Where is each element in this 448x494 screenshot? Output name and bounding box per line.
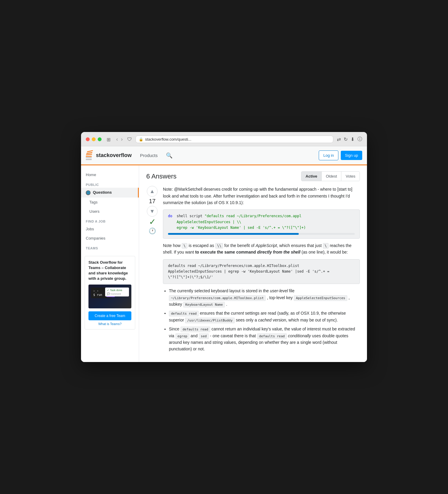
answers-sort: Active Oldest Votes	[301, 171, 360, 181]
bullet-2: defaults read ensures that the current s…	[169, 310, 360, 323]
teams-card-text: 💬 Comment	[107, 293, 127, 295]
download-button[interactable]: ⬇	[351, 136, 354, 142]
sidebar-item-users[interactable]: Users	[81, 207, 139, 216]
vote-count: 17	[149, 198, 155, 205]
info-button[interactable]: ⓘ	[357, 136, 362, 142]
teams-card: ✓ Task done 💬 Comment	[105, 288, 129, 296]
answer-container: ▲ 17 ▼ ✓ 🕐 Note: @MarkSetchell deserves …	[146, 186, 360, 356]
header-actions: Log in Sign up	[319, 150, 362, 160]
translate-button[interactable]: ⇄	[337, 136, 341, 142]
sidebar-section-teams: TEAMS	[81, 243, 139, 251]
inline-code-bs2: \	[323, 243, 329, 248]
bold-text-1: to execute the same command	[195, 250, 257, 254]
so-logo-text: stackoverflow	[96, 152, 132, 159]
so-sidebar: Home PUBLIC 🌐 Questions Tags Users FIND …	[81, 165, 139, 362]
downvote-button[interactable]: ▼	[147, 206, 158, 217]
lock-icon: 🔒	[139, 137, 143, 142]
so-app: stackoverflow Products 🔍 Log in Sign up …	[81, 146, 367, 362]
so-main: 6 Answers Active Oldest Votes ▲ 17 ▼ ✓	[139, 165, 367, 362]
code-sed: sed	[199, 333, 209, 339]
answers-title: 6 Answers	[146, 173, 177, 180]
code-egrep: egrep	[175, 333, 189, 339]
sidebar-item-home[interactable]: Home	[81, 170, 139, 179]
create-team-button[interactable]: Create a free Team	[88, 311, 131, 320]
code-line-2-2: AppleSelectedInputSources | egrep -w 'Ke…	[168, 269, 329, 274]
answer-bullets: The currently selected keyboard layout i…	[169, 288, 360, 352]
bullet-3: Since defaults read cannot return an ind…	[169, 326, 360, 352]
code-block-2: defaults read ~/Library/Preferences/com.…	[163, 259, 360, 284]
check-icon: ✓ Task done	[107, 289, 127, 292]
history-button[interactable]: 🕐	[149, 227, 156, 234]
code-block-1: do shell script "defaults read ~/Library…	[163, 209, 360, 239]
sort-active-button[interactable]: Active	[301, 172, 322, 181]
inline-code-backslash: \	[182, 243, 187, 248]
code-defaults-read-1: defaults read	[169, 311, 199, 316]
sidebar-section-public: PUBLIC	[81, 179, 139, 188]
teams-promo-image: >_• $ run Free ✓ Task done 💬 Comment	[88, 285, 131, 308]
sidebar-item-companies[interactable]: Companies	[81, 234, 139, 243]
code-keyword-do: do	[168, 214, 172, 218]
login-button[interactable]: Log in	[319, 150, 338, 160]
code-line-2-1: defaults read ~/Library/Preferences/com.…	[168, 264, 299, 268]
code-keyboard-layout-name: KeyboardLayout Name	[183, 302, 225, 307]
upvote-button[interactable]: ▲	[147, 186, 158, 197]
sidebar-item-jobs[interactable]: Jobs	[81, 224, 139, 234]
maximize-button[interactable]	[98, 137, 102, 141]
refresh-button[interactable]: ↻	[344, 136, 348, 142]
italic-bold-text: directly from the shell	[257, 250, 300, 254]
globe-icon: 🌐	[86, 190, 91, 195]
browser-chrome: ⊞ ‹ › 🛡 🔒 stackoverflow.com/questi... ⇄ …	[81, 132, 367, 146]
current-italic: current	[231, 311, 244, 316]
back-button[interactable]: ‹	[115, 136, 119, 142]
so-header: stackoverflow Products 🔍 Log in Sign up	[81, 146, 367, 165]
search-button[interactable]: 🔍	[166, 152, 172, 159]
answer-paragraph-1: Note: @MarkSetchell deserves credit for …	[163, 186, 360, 206]
answer-paragraph-2: Note how \ is escaped as \\ for the bene…	[163, 242, 360, 256]
code-plist-path: ~/Library/Preferences/com.apple.HIToolbo…	[169, 295, 266, 301]
code-string-3: egrep -w 'KeyboardLayout Name' | sed -E …	[168, 226, 306, 230]
bullet-1: The currently selected keyboard layout i…	[169, 288, 360, 307]
url-text: stackoverflow.com/questi...	[145, 137, 191, 142]
code-plistbuddy: /usr/libexec/PlistBuddy	[185, 318, 234, 323]
so-logo-icon	[86, 151, 93, 160]
vote-column: ▲ 17 ▼ ✓ 🕐	[146, 186, 158, 356]
code-scrollbar-thumb	[168, 233, 299, 235]
address-bar[interactable]: 🔒 stackoverflow.com/questi...	[136, 136, 333, 143]
close-button[interactable]	[86, 137, 90, 141]
so-body: Home PUBLIC 🌐 Questions Tags Users FIND …	[81, 165, 367, 362]
shield-icon: 🛡	[127, 137, 132, 142]
sidebar-item-tags[interactable]: Tags	[81, 198, 139, 207]
cached-italic: cached	[258, 318, 271, 322]
forward-button[interactable]: ›	[120, 136, 124, 142]
what-is-teams-link[interactable]: What is Teams?	[88, 322, 131, 326]
code-string-2: AppleSelectedInputSources | \\	[168, 220, 241, 224]
applescript-italic: AppleScript	[256, 243, 277, 248]
answer-body: Note: @MarkSetchell deserves credit for …	[163, 186, 360, 356]
teams-promo: Stack Overflow for Teams – Collaborate a…	[85, 256, 135, 330]
code-scrollbar[interactable]	[168, 233, 355, 235]
code-defaults-read-2: defaults read	[181, 327, 210, 332]
traffic-lights	[86, 137, 102, 141]
so-logo[interactable]: stackoverflow	[86, 151, 132, 160]
browser-actions: ⇄ ↻ ⬇ ⓘ	[337, 136, 362, 142]
code-line-2-3: \"?([^\"]+)\"?;$/\1/'	[168, 275, 213, 279]
products-nav-button[interactable]: Products	[138, 152, 160, 159]
sidebar-item-questions[interactable]: 🌐 Questions	[81, 188, 139, 198]
sort-oldest-button[interactable]: Oldest	[322, 172, 342, 181]
answers-header: 6 Answers Active Oldest Votes	[146, 171, 360, 181]
sidebar-section-find-job: FIND A JOB	[81, 216, 139, 224]
user-level-italic: user-level	[270, 288, 288, 293]
nav-arrows: ‹ ›	[115, 136, 124, 142]
sidebar-toggle-button[interactable]: ⊞	[105, 137, 112, 142]
conditionally-italic: conditionally	[288, 333, 311, 338]
search-area: 🔍	[166, 152, 313, 159]
accepted-icon: ✓	[149, 218, 156, 226]
code-defaults-read-3: defaults read	[257, 333, 287, 339]
code-string-1: "defaults read ~/Library/Preferences/com…	[205, 214, 301, 218]
teams-promo-title: Stack Overflow for Teams – Collaborate a…	[88, 260, 131, 282]
minimize-button[interactable]	[92, 137, 96, 141]
inline-code-double-backslash: \\	[215, 243, 223, 248]
signup-button[interactable]: Sign up	[341, 151, 362, 160]
sort-votes-button[interactable]: Votes	[341, 172, 360, 181]
code-apple-selected: AppleSelectedInputSources	[294, 295, 347, 301]
